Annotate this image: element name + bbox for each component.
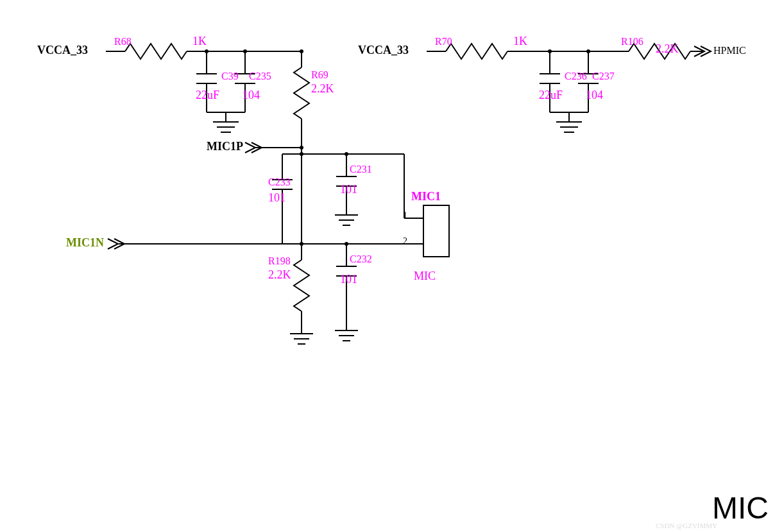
val-r198: 2.2K — [268, 268, 291, 282]
page-title: MIC — [712, 490, 769, 526]
svg-point-71 — [300, 49, 303, 53]
svg-point-78 — [586, 49, 590, 53]
net-vcca-left: VCCA_33 — [37, 44, 88, 57]
svg-point-73 — [300, 152, 303, 156]
mic-pin1: 1 — [403, 210, 407, 221]
svg-point-75 — [300, 242, 303, 246]
val-c237: 104 — [586, 89, 603, 102]
ref-c237: C237 — [592, 71, 615, 82]
val-c39: 22uF — [196, 89, 219, 102]
ref-r198: R198 — [268, 255, 291, 267]
svg-point-74 — [345, 152, 348, 156]
mic-type: MIC — [414, 270, 436, 283]
net-mic1n: MIC1N — [66, 236, 104, 250]
watermark: CSDN @GZVIMMY — [656, 522, 717, 529]
val-r68: 1K — [192, 35, 207, 48]
net-mic1p: MIC1P — [207, 140, 243, 153]
svg-rect-50 — [423, 205, 449, 257]
ref-r70: R70 — [435, 36, 452, 47]
svg-point-77 — [548, 49, 552, 53]
net-vcca-right: VCCA_33 — [358, 44, 409, 57]
ref-c232: C232 — [350, 253, 372, 265]
svg-point-69 — [205, 49, 209, 53]
val-c235: 104 — [243, 89, 260, 102]
svg-point-72 — [300, 146, 303, 150]
val-c232: 101 — [340, 273, 357, 286]
ref-c235: C235 — [249, 71, 271, 82]
ref-r106: R106 — [621, 36, 643, 47]
svg-point-76 — [345, 242, 348, 246]
mic-pin2: 2 — [403, 236, 407, 246]
val-c231: 101 — [340, 183, 357, 196]
val-r106: 2.2K — [656, 42, 679, 56]
ref-r68: R68 — [114, 36, 132, 47]
val-c236: 22uF — [539, 89, 563, 102]
val-c233: 101 — [268, 191, 285, 205]
net-hpmic: HPMIC — [713, 45, 746, 56]
val-r69: 2.2K — [311, 82, 334, 96]
schematic-svg — [0, 0, 775, 532]
ref-c39: C39 — [221, 71, 239, 82]
ref-c236: C236 — [565, 71, 587, 82]
svg-point-70 — [243, 49, 247, 53]
ref-mic1: MIC1 — [411, 190, 441, 203]
ref-c233: C233 — [268, 176, 291, 188]
ref-c231: C231 — [350, 164, 372, 175]
val-r70: 1K — [513, 35, 527, 48]
ref-r69: R69 — [311, 69, 328, 81]
